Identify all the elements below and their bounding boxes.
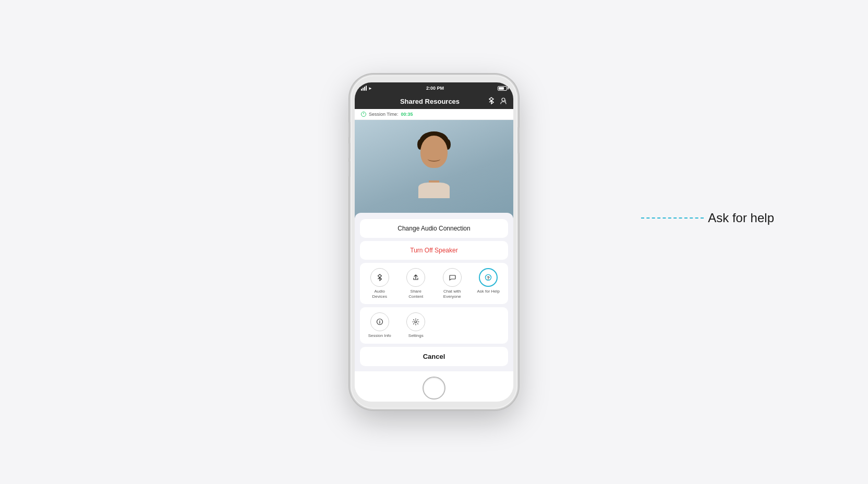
face-skin [420, 136, 448, 168]
annotation: Ask for help [641, 211, 774, 225]
video-area: Change Audio Connection Turn Off Speaker… [355, 120, 513, 371]
home-button[interactable] [423, 377, 445, 400]
action-sheet: Change Audio Connection Turn Off Speaker… [355, 213, 513, 371]
phone-screen: ► 2:00 PM Shared Resources [355, 82, 513, 402]
signal-bar-3 [364, 87, 365, 91]
session-time: 00:35 [401, 112, 413, 117]
profile-icon[interactable] [500, 97, 507, 106]
turn-off-speaker-button[interactable]: Turn Off Speaker [360, 241, 508, 260]
face-smile [428, 156, 440, 162]
share-content-item[interactable]: ShareContent [400, 268, 433, 299]
ask-for-help-icon-circle: ? [479, 268, 498, 287]
app-title: Shared Resources [400, 98, 460, 105]
person-avatar [411, 125, 457, 183]
face-shirt [418, 183, 450, 198]
settings-icon-circle [406, 312, 425, 331]
grid-actions-row1: AudioDevices ShareContent [360, 263, 508, 304]
phone-shell: ► 2:00 PM Shared Resources [351, 75, 517, 409]
svg-text:?: ? [487, 275, 490, 281]
annotation-text: Ask for help [708, 211, 774, 225]
battery-fill [499, 87, 504, 90]
home-area [355, 371, 513, 402]
svg-point-8 [415, 321, 417, 323]
audio-devices-item[interactable]: AudioDevices [363, 268, 396, 299]
ask-for-help-item[interactable]: ? Ask for Help [472, 268, 505, 299]
session-info-item[interactable]: Session Info [363, 312, 396, 338]
dashed-connector [641, 217, 704, 219]
ask-for-help-label: Ask for Help [477, 289, 500, 294]
grid-actions-row2: Session Info Settings [360, 307, 508, 344]
status-left: ► [361, 86, 372, 91]
session-bar: Session Time: 00:35 [355, 109, 513, 120]
svg-point-7 [379, 320, 380, 321]
battery-icon [498, 86, 507, 91]
empty-slot-1 [436, 312, 469, 338]
clock-icon [361, 112, 366, 117]
session-info-icon-circle [370, 312, 389, 331]
status-time: 2:00 PM [426, 86, 444, 91]
session-label: Session Time: [369, 112, 399, 117]
status-bar: ► 2:00 PM [355, 82, 513, 94]
status-right [498, 86, 507, 91]
signal-bar-4 [366, 86, 367, 91]
audio-devices-label: AudioDevices [372, 289, 387, 299]
chat-everyone-icon-circle [443, 268, 462, 287]
share-content-icon-circle [406, 268, 425, 287]
chat-everyone-label: Chat withEveryone [443, 289, 461, 299]
signal-bar-2 [363, 88, 364, 91]
signal-bar-1 [361, 89, 362, 91]
cancel-button[interactable]: Cancel [360, 347, 508, 366]
settings-item[interactable]: Settings [400, 312, 433, 338]
change-audio-button[interactable]: Change Audio Connection [360, 219, 508, 238]
chat-everyone-item[interactable]: Chat withEveryone [436, 268, 469, 299]
bluetooth-icon[interactable] [488, 97, 495, 106]
app-header: Shared Resources [355, 94, 513, 109]
share-content-label: ShareContent [408, 289, 423, 299]
header-icons [488, 97, 507, 106]
svg-point-0 [502, 98, 505, 101]
scene: ► 2:00 PM Shared Resources [0, 0, 868, 484]
audio-devices-icon-circle [370, 268, 389, 287]
wifi-icon: ► [368, 86, 372, 91]
session-info-label: Session Info [368, 333, 391, 338]
signal-bars [361, 86, 367, 91]
empty-slot-2 [472, 312, 505, 338]
settings-label: Settings [408, 333, 424, 338]
